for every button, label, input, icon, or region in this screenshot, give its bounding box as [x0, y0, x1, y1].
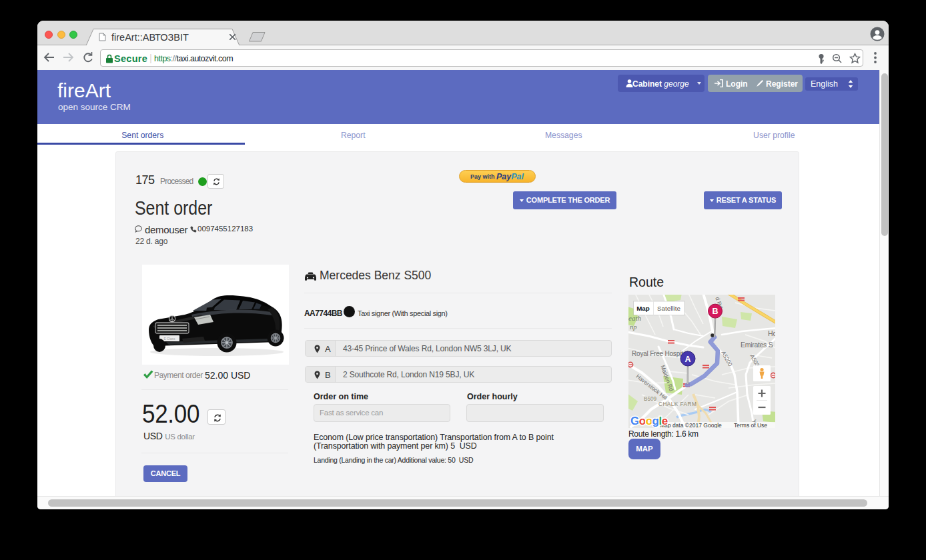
svg-text:E Class: E Class	[163, 337, 175, 341]
svg-text:Ho: Ho	[768, 329, 775, 337]
svg-text:Terms of Use: Terms of Use	[734, 422, 767, 429]
svg-text:Emirates S: Emirates S	[741, 341, 773, 349]
svg-text:Satellite: Satellite	[657, 305, 680, 312]
svg-text:Map: Map	[636, 305, 650, 312]
svg-text:Google: Google	[630, 415, 668, 427]
svg-text:np: np	[630, 323, 637, 331]
svg-text:Royal Free Hospital: Royal Free Hospital	[632, 350, 688, 357]
svg-text:A: A	[684, 355, 690, 364]
svg-text:B: B	[712, 307, 718, 316]
svg-text:CHALK FARM: CHALK FARM	[658, 401, 697, 407]
svg-text:B509: B509	[644, 396, 657, 402]
svg-text:Map data ©2017 Google: Map data ©2017 Google	[660, 422, 722, 429]
